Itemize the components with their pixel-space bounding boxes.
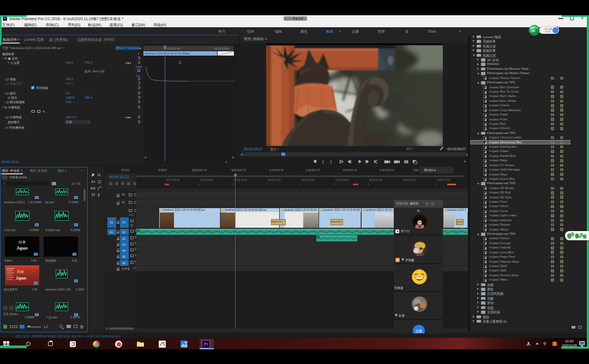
svg-text:69: 69 <box>531 29 535 33</box>
svg-text:}: } <box>330 159 332 164</box>
svg-text:{: { <box>322 159 324 164</box>
